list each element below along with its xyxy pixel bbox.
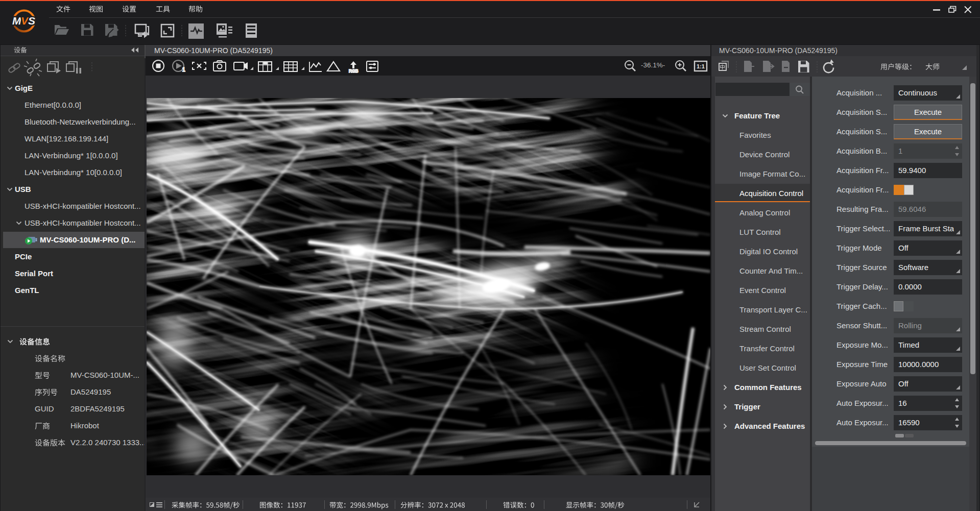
svg-text:-36.1%-: -36.1%- (641, 61, 665, 69)
svg-text:RGB: RGB (349, 68, 358, 74)
svg-text:S: S (28, 15, 35, 27)
svg-text:M: M (12, 15, 21, 27)
svg-text:1: 1 (182, 67, 185, 72)
svg-text:1:1: 1:1 (697, 63, 705, 69)
